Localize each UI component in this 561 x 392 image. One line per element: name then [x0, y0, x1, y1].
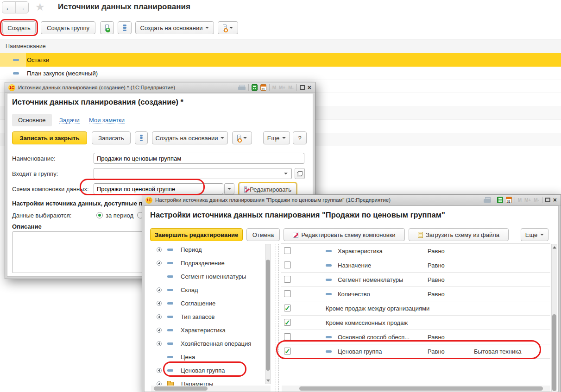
checkbox-unchecked[interactable]: [284, 247, 291, 254]
close-button[interactable]: ×: [308, 84, 311, 91]
scroll-up-icon[interactable]: [553, 246, 556, 249]
memory-minus-button[interactable]: M-: [288, 85, 294, 90]
condition-row[interactable]: ✓Кроме комиссионных продаж: [281, 316, 550, 330]
copy-item-button[interactable]: +: [100, 21, 114, 34]
pane-splitter[interactable]: [276, 244, 276, 392]
save-button[interactable]: Записать: [92, 131, 131, 144]
tree-item[interactable]: Сегмент номенклатуры: [150, 270, 265, 283]
name-field[interactable]: Продажи по ценовым группам: [94, 153, 304, 164]
save-and-close-button[interactable]: Записать и закрыть: [12, 131, 87, 144]
expand-plus-icon[interactable]: [157, 261, 162, 266]
dialog1-titlebar[interactable]: 1С Источник данных планирования (создани…: [5, 82, 315, 93]
create-based-on-button[interactable]: Создать на основании: [135, 21, 214, 34]
checkbox-unchecked[interactable]: [284, 261, 291, 268]
dialog2-titlebar[interactable]: 1С Настройки источника данных планирован…: [142, 195, 561, 205]
memory-plus-button[interactable]: M+: [524, 198, 531, 203]
condition-row[interactable]: КоличествоРавно: [281, 287, 550, 301]
favorite-star-icon[interactable]: ★: [35, 1, 45, 13]
tree-item[interactable]: Характеристика: [150, 324, 265, 337]
scrollbar-thumb[interactable]: [154, 386, 208, 391]
condition-row[interactable]: Сегмент номенклатурыРавно: [281, 273, 550, 287]
edit-schema-button[interactable]: Редактировать: [239, 183, 296, 196]
list-item-1[interactable]: Остатки: [0, 53, 561, 67]
more-button[interactable]: Еще: [263, 131, 290, 144]
edit-composition-schema-button[interactable]: Редактировать схему компоновки: [284, 228, 405, 241]
list-settings-button[interactable]: [118, 21, 132, 34]
cancel-button[interactable]: Отмена: [246, 228, 280, 241]
conditions-horizontal-scrollbar[interactable]: [282, 386, 550, 392]
checkbox-unchecked[interactable]: [284, 290, 291, 297]
expand-plus-icon[interactable]: [157, 368, 162, 373]
scrollbar-thumb[interactable]: [266, 260, 270, 371]
tree-item[interactable]: Цена: [150, 350, 265, 364]
memory-button[interactable]: M: [518, 198, 522, 203]
tree-item[interactable]: Хозяйственная операция: [150, 337, 265, 350]
create-based-on-button[interactable]: Создать на основании: [152, 131, 228, 144]
tree-vertical-scrollbar[interactable]: [265, 244, 271, 384]
pane-splitter[interactable]: [278, 244, 279, 392]
memory-button[interactable]: M: [272, 85, 276, 90]
field-icon: [326, 350, 332, 353]
memory-plus-button[interactable]: M+: [279, 85, 285, 90]
list-item-2[interactable]: План закупок (месячный): [0, 67, 561, 80]
schema-field[interactable]: Продажи по ценовой группе: [94, 183, 223, 194]
tab-tasks[interactable]: Задачи: [59, 114, 80, 126]
checkbox-checked[interactable]: ✓: [284, 348, 291, 355]
tree-item[interactable]: Период: [150, 243, 265, 256]
scroll-down-icon[interactable]: [266, 380, 270, 382]
more-button[interactable]: Еще: [521, 228, 548, 241]
memory-minus-button[interactable]: M-: [534, 198, 539, 203]
create-button[interactable]: Создать: [2, 21, 36, 34]
tab-my-notes[interactable]: Мои заметки: [89, 114, 125, 126]
print-icon[interactable]: [484, 197, 491, 203]
checkbox-unchecked[interactable]: [284, 333, 291, 340]
calendar-icon[interactable]: 31: [260, 84, 266, 91]
print-icon[interactable]: [238, 85, 246, 90]
group-field[interactable]: [94, 168, 292, 179]
scrollbar-thumb[interactable]: [299, 386, 543, 391]
checkbox-unchecked[interactable]: [284, 276, 291, 283]
tree-item[interactable]: Тип запасов: [150, 310, 265, 324]
forward-button[interactable]: →: [16, 2, 29, 13]
maximize-button[interactable]: [545, 198, 550, 202]
expand-plus-icon[interactable]: [157, 287, 162, 292]
radio-for-period[interactable]: [96, 212, 103, 218]
tab-main[interactable]: Основное: [12, 114, 52, 126]
calculator-icon[interactable]: [497, 197, 503, 203]
list-settings-button[interactable]: [135, 131, 148, 144]
schema-dropdown-button[interactable]: [224, 183, 234, 194]
create-group-button[interactable]: Создать группу: [41, 21, 95, 34]
calculator-icon[interactable]: [252, 84, 258, 91]
expand-plus-icon[interactable]: [157, 314, 162, 319]
maximize-button[interactable]: [300, 85, 305, 90]
scheduled-create-button[interactable]: [232, 131, 252, 144]
conditions-vertical-scrollbar[interactable]: [551, 244, 557, 392]
scheduled-create-button[interactable]: [218, 21, 238, 34]
scrollbar-thumb[interactable]: [552, 314, 556, 391]
condition-row[interactable]: ХарактеристикаРавно: [281, 244, 550, 258]
condition-row[interactable]: НазначениеРавно: [281, 258, 550, 273]
load-schema-from-file-button[interactable]: Загрузить схему из файла: [409, 228, 509, 241]
condition-row[interactable]: Основной способ обесп...Равно: [281, 330, 550, 344]
condition-row[interactable]: ✓Ценовая группаРавноБытовая техника: [281, 344, 550, 359]
list-column-header[interactable]: Наименование: [0, 39, 561, 53]
expand-plus-icon[interactable]: [157, 301, 162, 306]
close-button[interactable]: ×: [553, 197, 557, 203]
back-button[interactable]: ←: [2, 2, 16, 13]
expand-plus-icon[interactable]: [157, 341, 162, 346]
condition-row[interactable]: ✓Кроме продаж между организациями: [281, 301, 550, 316]
tree-item[interactable]: Ценовая группа: [150, 364, 265, 377]
calendar-icon[interactable]: 31: [506, 197, 512, 203]
help-button[interactable]: ?: [293, 131, 307, 144]
checkbox-checked[interactable]: ✓: [284, 319, 291, 326]
group-open-button[interactable]: [295, 168, 305, 179]
tree-item[interactable]: Подразделение: [150, 256, 265, 270]
finish-editing-button[interactable]: Завершить редактирование: [150, 228, 243, 241]
group-dropdown-icon[interactable]: [284, 173, 288, 174]
checkbox-checked[interactable]: ✓: [284, 305, 291, 311]
expand-plus-icon[interactable]: [157, 328, 162, 333]
tree-item[interactable]: Склад: [150, 283, 265, 297]
tree-horizontal-scrollbar[interactable]: [151, 386, 271, 392]
expand-plus-icon[interactable]: [157, 247, 162, 252]
tree-item[interactable]: Соглашение: [150, 297, 265, 310]
